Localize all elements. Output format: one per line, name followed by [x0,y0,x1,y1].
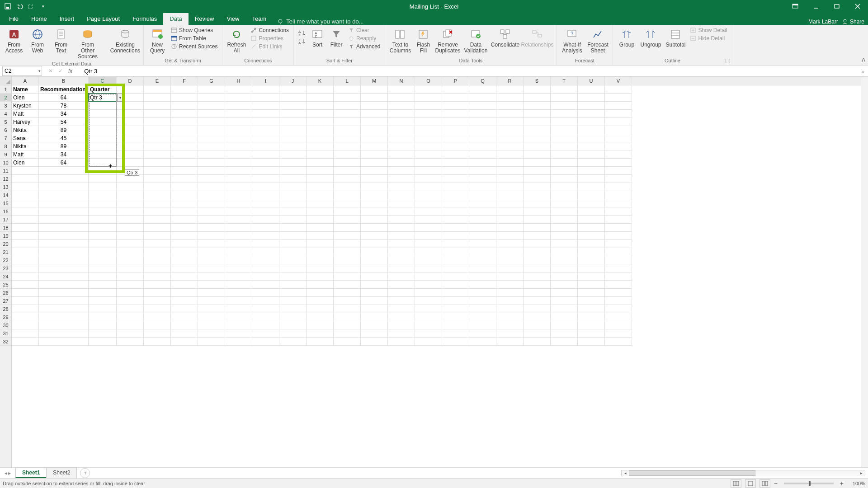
cell-K14[interactable] [307,191,334,199]
cell-G8[interactable] [198,142,225,150]
cell-S5[interactable] [524,118,551,126]
cell-T31[interactable] [551,329,578,338]
cell-J16[interactable] [279,207,307,216]
cell-E30[interactable] [144,321,171,329]
sheet-tab-sheet2[interactable]: Sheet2 [46,468,77,478]
cell-C12[interactable] [89,175,117,183]
row-header-9[interactable]: 9 [0,150,11,159]
cell-V3[interactable] [605,102,632,110]
cell-L28[interactable] [334,305,361,313]
cell-T30[interactable] [551,321,578,329]
cell-K5[interactable] [307,118,334,126]
cell-O13[interactable] [415,183,442,191]
cell-N15[interactable] [388,199,415,207]
cell-L1[interactable] [334,85,361,94]
cell-U6[interactable] [578,126,605,134]
cell-U4[interactable] [578,110,605,118]
cell-M3[interactable] [361,102,388,110]
cell-H18[interactable] [225,224,252,232]
cell-S16[interactable] [524,207,551,216]
cell-U9[interactable] [578,150,605,159]
cell-H4[interactable] [225,110,252,118]
cell-F21[interactable] [171,248,198,256]
cell-B3[interactable]: 78 [39,102,89,110]
cell-M24[interactable] [361,272,388,281]
cell-D16[interactable] [117,207,144,216]
cell-R3[interactable] [496,102,524,110]
cell-J24[interactable] [279,272,307,281]
cell-R1[interactable] [496,85,524,94]
cell-E17[interactable] [144,216,171,224]
cell-H13[interactable] [225,183,252,191]
cell-J9[interactable] [279,150,307,159]
cell-G1[interactable] [198,85,225,94]
cell-B17[interactable] [39,216,89,224]
cell-A4[interactable]: Matt [12,110,39,118]
page-layout-view-button[interactable] [745,479,756,488]
cell-O4[interactable] [415,110,442,118]
cell-U30[interactable] [578,321,605,329]
cell-R2[interactable] [496,94,524,102]
zoom-in-button[interactable]: + [840,480,844,487]
cell-N16[interactable] [388,207,415,216]
cell-D13[interactable] [117,183,144,191]
cell-A5[interactable]: Harvey [12,118,39,126]
cell-M7[interactable] [361,134,388,142]
cell-D6[interactable] [117,126,144,134]
cell-J26[interactable] [279,289,307,297]
cell-R25[interactable] [496,281,524,289]
cell-R7[interactable] [496,134,524,142]
cell-U28[interactable] [578,305,605,313]
cell-A31[interactable] [12,329,39,338]
cell-K20[interactable] [307,240,334,248]
cell-T16[interactable] [551,207,578,216]
qat-customize-icon[interactable]: ▾ [40,3,46,9]
cancel-formula-icon[interactable]: ✕ [48,68,53,74]
tab-home[interactable]: Home [25,13,53,25]
cell-R14[interactable] [496,191,524,199]
cell-U15[interactable] [578,199,605,207]
cell-T27[interactable] [551,297,578,305]
cell-I30[interactable] [252,321,279,329]
cell-C17[interactable] [89,216,117,224]
cell-P2[interactable] [442,94,469,102]
cell-S15[interactable] [524,199,551,207]
cell-Q11[interactable] [469,167,496,175]
cell-Q32[interactable] [469,338,496,346]
from-other-sources-button[interactable]: From Other Sources [74,27,101,60]
cell-H14[interactable] [225,191,252,199]
minimize-icon[interactable] [806,0,826,13]
row-header-27[interactable]: 27 [0,297,11,305]
cell-O29[interactable] [415,313,442,321]
cell-E21[interactable] [144,248,171,256]
cell-G14[interactable] [198,191,225,199]
cell-J19[interactable] [279,232,307,240]
cell-B9[interactable]: 34 [39,150,89,159]
sheet-nav-prev-icon[interactable]: ◂ [5,470,7,476]
cell-B11[interactable] [39,167,89,175]
cell-G29[interactable] [198,313,225,321]
cell-U27[interactable] [578,297,605,305]
cell-O9[interactable] [415,150,442,159]
cell-O7[interactable] [415,134,442,142]
cell-A27[interactable] [12,297,39,305]
cell-P24[interactable] [442,272,469,281]
cell-J28[interactable] [279,305,307,313]
cell-D23[interactable] [117,264,144,272]
cell-B32[interactable] [39,338,89,346]
cell-N7[interactable] [388,134,415,142]
cell-D31[interactable] [117,329,144,338]
cell-J32[interactable] [279,338,307,346]
cell-F8[interactable] [171,142,198,150]
row-header-2[interactable]: 2 [0,94,11,102]
cell-A3[interactable]: Krysten [12,102,39,110]
cell-G11[interactable] [198,167,225,175]
cell-C21[interactable] [89,248,117,256]
cell-K25[interactable] [307,281,334,289]
cell-J1[interactable] [279,85,307,94]
cell-O26[interactable] [415,289,442,297]
cell-M16[interactable] [361,207,388,216]
cell-P19[interactable] [442,232,469,240]
cell-M20[interactable] [361,240,388,248]
cell-A25[interactable] [12,281,39,289]
